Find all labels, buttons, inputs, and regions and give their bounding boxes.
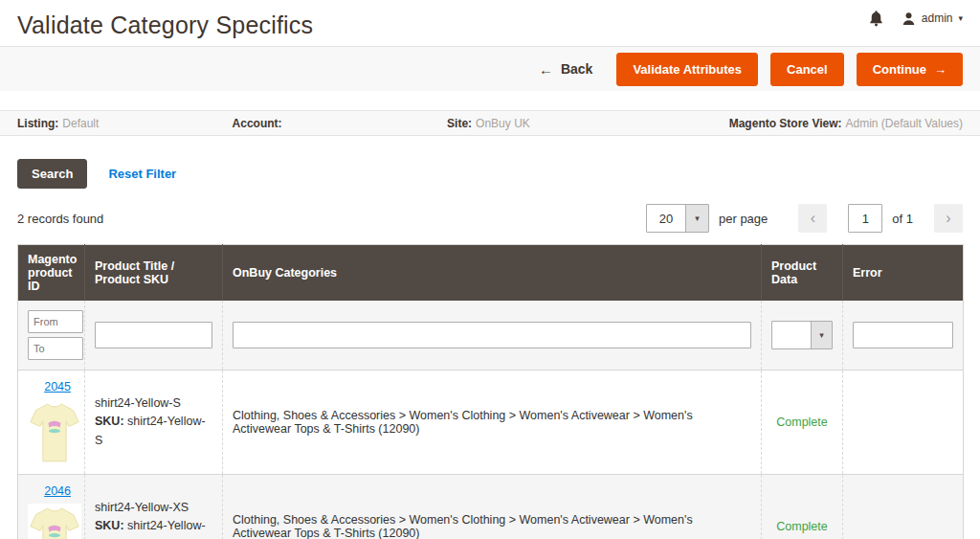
info-site-value: OnBuy UK (476, 117, 530, 130)
previous-page-button[interactable]: ‹ (798, 204, 827, 233)
admin-username: admin (922, 11, 953, 25)
product-sku-line: SKU: shirt24-Yellow-S (95, 413, 212, 450)
total-pages-label: of 1 (892, 212, 913, 226)
table-row: 2046 shirt24-Yellow-XS SKU: shirt24-Yell… (18, 475, 964, 539)
id-from-filter-input[interactable] (28, 310, 83, 333)
validate-attributes-button[interactable]: Validate Attributes (616, 53, 758, 86)
title-sku-filter-input[interactable] (95, 322, 212, 348)
col-header-product-data[interactable]: Product Data (762, 245, 843, 302)
reset-filter-link[interactable]: Reset Filter (108, 167, 176, 181)
current-page-input[interactable] (848, 204, 882, 233)
back-button[interactable]: ← Back (539, 61, 592, 78)
info-listing-label: Listing: (17, 117, 58, 130)
col-header-magento-product-id[interactable]: Magento product ID (18, 245, 85, 302)
info-account: Account: (233, 117, 448, 130)
product-data-filter-select[interactable]: ▾ (771, 321, 833, 349)
categories-filter-input[interactable] (233, 322, 751, 348)
onbuy-categories-cell: Clothing, Shoes & Accessories > Women's … (223, 371, 762, 475)
id-to-filter-input[interactable] (28, 337, 83, 360)
action-toolbar: ← Back Validate Attributes Cancel Contin… (0, 46, 980, 91)
listing-info-bar: Listing:Default Account: Site:OnBuy UK M… (0, 110, 980, 136)
info-listing: Listing:Default (17, 117, 233, 130)
back-label: Back (561, 61, 592, 77)
continue-label: Continue (873, 62, 926, 77)
info-store-view-value: Admin (Default Values) (846, 117, 964, 130)
cancel-label: Cancel (787, 62, 828, 77)
error-filter-input[interactable] (853, 322, 953, 348)
records-pagination-row: 2 records found 20 ▾ per page ‹ of 1 › (17, 204, 963, 233)
table-row: 2045 shirt24-Yellow-S SKU: shirt24-Yello… (18, 371, 964, 475)
product-thumbnail (28, 504, 81, 539)
product-id-link[interactable]: 2045 (44, 380, 71, 393)
continue-arrow-icon: → (934, 62, 947, 77)
continue-button[interactable]: Continue → (857, 53, 963, 86)
filter-actions-row: Search Reset Filter (17, 159, 963, 189)
error-cell (843, 475, 964, 539)
user-area: admin ▾ (868, 10, 963, 27)
select-caret-icon: ▾ (685, 205, 708, 232)
grid-filter-row: ▾ (18, 301, 964, 371)
info-account-label: Account: (233, 117, 282, 130)
select-caret-icon: ▾ (811, 322, 832, 348)
cancel-button[interactable]: Cancel (770, 53, 844, 86)
grid-header-row: Magento product ID Product Title / Produ… (18, 245, 964, 302)
product-title: shirt24-Yellow-XS (95, 499, 212, 517)
product-sku-line: SKU: shirt24-Yellow-XS (95, 517, 212, 539)
status-badge: Complete (776, 415, 828, 429)
info-site: Site:OnBuy UK (447, 117, 662, 130)
chevron-down-icon: ▾ (958, 13, 963, 23)
products-grid: Magento product ID Product Title / Produ… (17, 244, 963, 539)
info-site-label: Site: (447, 117, 472, 130)
next-page-button[interactable]: › (934, 204, 963, 233)
records-count: 2 records found (17, 212, 103, 226)
per-page-select[interactable]: 20 ▾ (646, 204, 709, 233)
col-header-onbuy-categories[interactable]: OnBuy Categories (223, 245, 762, 302)
info-listing-value: Default (62, 117, 99, 130)
product-thumbnail (28, 399, 81, 466)
product-title: shirt24-Yellow-S (95, 394, 212, 413)
per-page-label: per page (719, 212, 768, 226)
validate-attributes-label: Validate Attributes (633, 62, 742, 77)
onbuy-categories-cell: Clothing, Shoes & Accessories > Women's … (223, 475, 762, 539)
info-store-view-label: Magento Store View: (729, 117, 842, 130)
pagination-controls: 20 ▾ per page ‹ of 1 › (646, 204, 963, 233)
info-store-view: Magento Store View:Admin (Default Values… (662, 117, 963, 130)
status-badge: Complete (776, 520, 828, 533)
sku-label: SKU: (95, 519, 124, 532)
col-header-error[interactable]: Error (843, 245, 964, 302)
sku-label: SKU: (95, 415, 124, 428)
notifications-bell-icon[interactable] (868, 10, 884, 27)
user-icon (902, 11, 916, 26)
back-arrow-icon: ← (539, 61, 553, 78)
per-page-value: 20 (647, 205, 685, 232)
col-header-product-title-sku[interactable]: Product Title / Product SKU (85, 245, 223, 302)
product-id-link[interactable]: 2046 (44, 484, 71, 498)
search-button[interactable]: Search (17, 159, 87, 189)
page-header: Validate Category Specifics admin ▾ (0, 0, 980, 46)
error-cell (843, 371, 964, 475)
page-title: Validate Category Specifics (17, 11, 963, 39)
admin-menu[interactable]: admin ▾ (902, 11, 963, 26)
